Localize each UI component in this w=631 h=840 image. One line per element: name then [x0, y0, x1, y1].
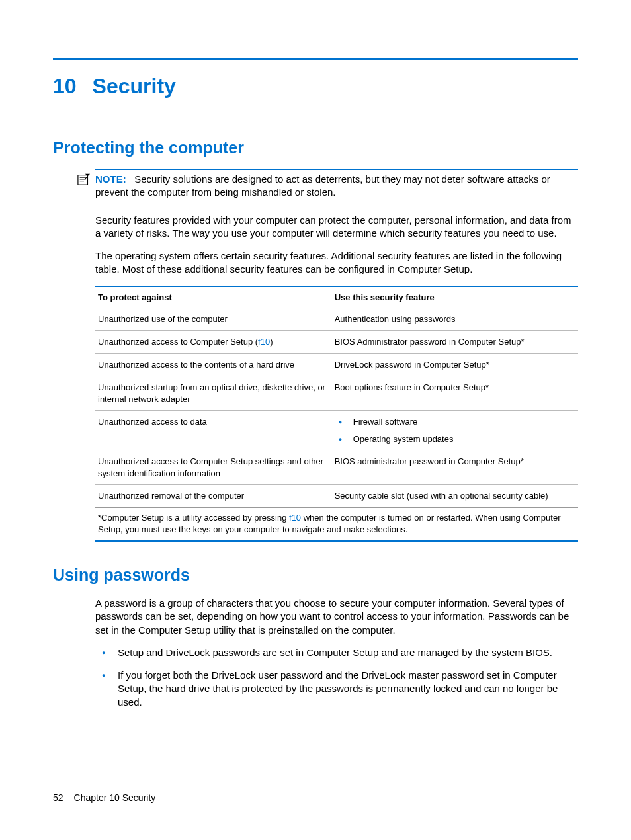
section-passwords-title: Using passwords — [53, 566, 578, 585]
chapter-title: 10Security — [53, 74, 578, 99]
f10-link[interactable]: f10 — [258, 337, 270, 347]
page-number: 52 — [53, 792, 63, 803]
table-cell: BIOS administrator password in Computer … — [332, 450, 578, 485]
table-row: Unauthorized use of the computer Authent… — [95, 308, 578, 331]
note-content: NOTE: Security solutions are designed to… — [95, 173, 550, 198]
footer-label: Chapter 10 Security — [74, 792, 156, 803]
note-label: NOTE: — [95, 173, 126, 185]
table-cell: Unauthorized access to the contents of a… — [95, 353, 332, 376]
list-item: Setup and DriveLock passwords are set in… — [95, 646, 578, 659]
chapter-number: 10 — [53, 74, 77, 98]
page-footer: 52Chapter 10 Security — [53, 792, 155, 803]
table-cell: BIOS Administrator password in Computer … — [332, 331, 578, 354]
chapter-name: Security — [93, 74, 176, 98]
f10-link[interactable]: f10 — [289, 513, 301, 523]
table-cell: Unauthorized removal of the computer — [95, 485, 332, 508]
table-cell: Boot options feature in Computer Setup* — [332, 376, 578, 411]
table-cell: Firewall software Operating system updat… — [332, 411, 578, 450]
protecting-para-2: The operating system offers certain secu… — [95, 249, 578, 276]
list-item: Firewall software — [335, 416, 575, 428]
table-header-left: To protect against — [95, 286, 332, 308]
list-item: If you forget both the DriveLock user pa… — [95, 669, 578, 709]
security-table: To protect against Use this security fea… — [95, 286, 578, 508]
table-cell: Unauthorized startup from an optical dri… — [95, 376, 332, 411]
table-row: Unauthorized access to Computer Setup se… — [95, 450, 578, 485]
table-row: Unauthorized startup from an optical dri… — [95, 376, 578, 411]
table-row: Unauthorized access to the contents of a… — [95, 353, 578, 376]
table-cell: Authentication using passwords — [332, 308, 578, 331]
table-row: Unauthorized removal of the computer Sec… — [95, 485, 578, 508]
table-cell: Unauthorized access to Computer Setup se… — [95, 450, 332, 485]
table-cell: Security cable slot (used with an option… — [332, 485, 578, 508]
table-row: Unauthorized access to Computer Setup (f… — [95, 331, 578, 354]
svg-rect-0 — [78, 175, 88, 185]
protecting-para-1: Security features provided with your com… — [95, 214, 578, 241]
table-row: Unauthorized access to data Firewall sof… — [95, 411, 578, 450]
table-footnote: *Computer Setup is a utility accessed by… — [95, 508, 578, 542]
table-header-right: Use this security feature — [332, 286, 578, 308]
passwords-para-1: A password is a group of characters that… — [95, 597, 578, 637]
section-protecting-title: Protecting the computer — [53, 138, 578, 157]
list-item: Operating system updates — [335, 433, 575, 445]
table-cell: Unauthorized use of the computer — [95, 308, 332, 331]
table-cell: Unauthorized access to Computer Setup (f… — [95, 331, 332, 354]
note-icon — [77, 173, 91, 186]
note-text: Security solutions are designed to act a… — [95, 173, 550, 198]
passwords-bullets: Setup and DriveLock passwords are set in… — [95, 646, 578, 709]
table-cell: Unauthorized access to data — [95, 411, 332, 450]
note-box: NOTE: Security solutions are designed to… — [95, 169, 578, 204]
table-cell: DriveLock password in Computer Setup* — [332, 353, 578, 376]
top-rule — [53, 58, 578, 60]
